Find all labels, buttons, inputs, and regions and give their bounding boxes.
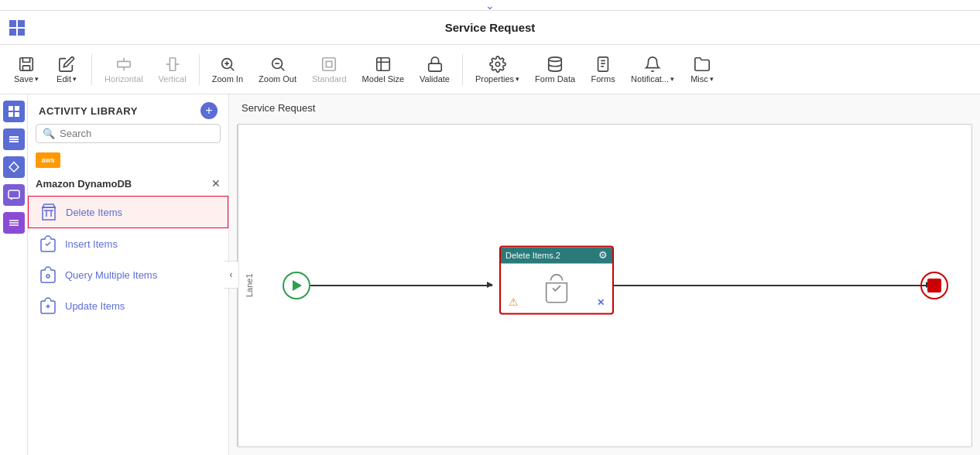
svg-rect-18 bbox=[428, 63, 441, 71]
edit-chevron: ▾ bbox=[73, 75, 77, 83]
zoom-out-icon bbox=[269, 56, 286, 73]
svg-point-20 bbox=[549, 56, 562, 61]
end-event-inner bbox=[927, 279, 941, 292]
svg-line-9 bbox=[231, 67, 234, 70]
vertical-button[interactable]: Vertical bbox=[152, 53, 193, 87]
end-event[interactable] bbox=[920, 272, 948, 299]
save-button[interactable]: Save ▾ bbox=[8, 53, 45, 87]
sidebar-icons bbox=[0, 94, 28, 455]
misc-label: Misc bbox=[690, 74, 708, 84]
lane-label: Lane1 bbox=[238, 125, 259, 446]
insert-items-icon bbox=[39, 234, 57, 253]
forms-icon bbox=[595, 56, 612, 73]
edit-icon bbox=[58, 56, 75, 73]
model-size-label: Model Size bbox=[362, 74, 404, 84]
properties-chevron: ▾ bbox=[516, 75, 519, 83]
svg-rect-28 bbox=[15, 112, 19, 117]
toolbar: Save ▾ Edit ▾ Horizontal Vertical Zoom I… bbox=[0, 45, 980, 94]
activity-bag-icon bbox=[541, 272, 572, 303]
horizontal-label: Horizontal bbox=[105, 74, 143, 84]
horizontal-button[interactable]: Horizontal bbox=[98, 53, 149, 87]
svg-rect-15 bbox=[323, 57, 336, 70]
sidebar-icon-menu[interactable] bbox=[3, 212, 25, 234]
search-input[interactable] bbox=[60, 128, 214, 139]
validate-button[interactable]: Validate bbox=[413, 53, 456, 87]
sidebar-icon-list[interactable] bbox=[3, 128, 25, 150]
activity-node-body: ⚠ ✕ bbox=[501, 263, 612, 313]
edit-button[interactable]: Edit ▾ bbox=[48, 53, 85, 87]
save-label: Save bbox=[14, 74, 33, 84]
svg-rect-30 bbox=[9, 139, 19, 140]
properties-label: Properties bbox=[475, 74, 514, 84]
page-title: Service Request bbox=[445, 21, 536, 34]
activity-settings-icon[interactable]: ⚙ bbox=[598, 249, 608, 261]
aws-header: aws bbox=[28, 149, 228, 171]
zoom-out-button[interactable]: Zoom Out bbox=[252, 53, 303, 87]
zoom-out-label: Zoom Out bbox=[259, 74, 296, 84]
save-chevron: ▾ bbox=[35, 75, 39, 83]
notifications-button[interactable]: Notificat... ▾ bbox=[625, 53, 680, 87]
dynamo-close-button[interactable]: ✕ bbox=[211, 177, 221, 190]
list-item[interactable]: Insert Items bbox=[28, 228, 228, 259]
standard-label: Standard bbox=[312, 74, 347, 84]
misc-button[interactable]: Misc ▾ bbox=[684, 53, 721, 87]
search-box: 🔍 bbox=[36, 124, 221, 143]
validate-icon bbox=[427, 56, 444, 73]
list-item[interactable]: Update Items bbox=[28, 290, 228, 321]
svg-rect-16 bbox=[327, 61, 332, 67]
sidebar-icon-chat[interactable] bbox=[3, 184, 25, 206]
form-data-button[interactable]: Form Data bbox=[529, 53, 581, 87]
connector-start-to-node bbox=[310, 285, 492, 286]
title-bar: Service Request bbox=[0, 11, 980, 45]
misc-chevron: ▾ bbox=[710, 75, 714, 83]
standard-button[interactable]: Standard bbox=[306, 53, 353, 87]
query-items-icon bbox=[39, 265, 57, 284]
canvas-area: Service Request Lane1 Delete Items.2 ⚙ bbox=[229, 94, 980, 455]
main-layout: ACTIVITY LIBRARY + 🔍 aws Amazon DynamoDB… bbox=[0, 94, 980, 455]
list-item[interactable]: Query Multiple Items bbox=[28, 259, 228, 290]
node-cross-icon: ✕ bbox=[597, 297, 605, 308]
vertical-icon bbox=[164, 56, 181, 73]
svg-rect-25 bbox=[9, 106, 13, 111]
misc-icon bbox=[694, 56, 711, 73]
dynamo-title: Amazon DynamoDB bbox=[36, 178, 132, 190]
flow-area: Delete Items.2 ⚙ ⚠ ✕ bbox=[259, 125, 971, 446]
form-data-label: Form Data bbox=[535, 74, 575, 84]
edit-label: Edit bbox=[57, 74, 71, 84]
forms-button[interactable]: Forms bbox=[584, 53, 622, 87]
top-collapse-bar[interactable]: ⌄ bbox=[0, 0, 980, 11]
zoom-in-icon bbox=[219, 56, 236, 73]
activity-node-inner: Delete Items.2 ⚙ ⚠ ✕ bbox=[499, 245, 614, 314]
sidebar-icon-tag[interactable] bbox=[3, 156, 25, 178]
sidebar-icon-grid[interactable] bbox=[3, 101, 25, 122]
model-size-button[interactable]: Model Size bbox=[356, 53, 410, 87]
aws-logo: aws bbox=[36, 152, 60, 168]
node-warning-icon: ⚠ bbox=[509, 296, 519, 308]
dynamo-header: Amazon DynamoDB ✕ bbox=[28, 171, 228, 196]
activity-library-title: ACTIVITY LIBRARY bbox=[39, 105, 138, 117]
delete-items-icon bbox=[39, 203, 58, 221]
vertical-label: Vertical bbox=[159, 74, 187, 84]
list-item[interactable]: Delete Items bbox=[28, 196, 228, 228]
add-activity-button[interactable]: + bbox=[200, 102, 218, 119]
properties-button[interactable]: Properties ▾ bbox=[469, 53, 526, 87]
svg-rect-32 bbox=[9, 190, 19, 198]
delete-items-label: Delete Items bbox=[66, 207, 122, 218]
standard-icon bbox=[320, 56, 338, 73]
connector-node-to-end bbox=[614, 285, 931, 286]
notifications-label: Notificat... bbox=[631, 74, 669, 84]
zoom-in-label: Zoom In bbox=[212, 74, 243, 84]
zoom-in-button[interactable]: Zoom In bbox=[206, 53, 249, 87]
collapse-panel-button[interactable]: ‹ bbox=[224, 261, 239, 289]
svg-rect-2 bbox=[118, 61, 131, 67]
update-items-label: Update Items bbox=[65, 300, 125, 312]
activity-node-title: Delete Items.2 bbox=[505, 251, 560, 260]
activity-node[interactable]: Delete Items.2 ⚙ ⚠ ✕ bbox=[499, 245, 614, 314]
svg-point-19 bbox=[495, 62, 500, 67]
svg-rect-0 bbox=[20, 57, 33, 70]
canvas-label: Service Request bbox=[242, 102, 315, 114]
form-data-icon bbox=[547, 56, 564, 73]
svg-rect-21 bbox=[598, 56, 608, 70]
start-event[interactable] bbox=[283, 272, 310, 299]
insert-items-label: Insert Items bbox=[65, 238, 118, 250]
